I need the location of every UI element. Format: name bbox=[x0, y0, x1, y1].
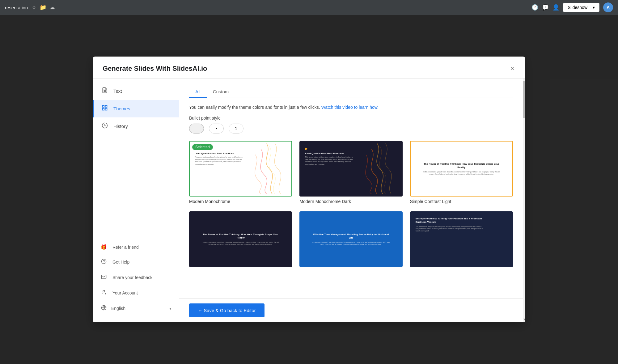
main-scroll-area[interactable]: All Custom You can easily modify the the… bbox=[179, 78, 523, 298]
scroll-indicator: ▲ ▼ bbox=[523, 78, 525, 322]
modal-body: Text Themes bbox=[93, 78, 525, 322]
cloud-icon[interactable]: ☁ bbox=[49, 4, 55, 11]
history-nav-icon bbox=[101, 122, 108, 130]
language-icon bbox=[100, 305, 108, 312]
sidebar-item-refer[interactable]: 🎁 Refer a friend bbox=[93, 240, 179, 254]
sidebar-item-label-account: Your Account bbox=[112, 290, 138, 295]
refer-icon: 🎁 bbox=[100, 244, 108, 250]
top-bar: resentation ☆ 📁 ☁ 🕐 💬 👤 Slideshow ▾ A bbox=[0, 0, 618, 15]
theme-name-modern-monochrome: Modern Monochrome bbox=[189, 199, 292, 204]
scroll-thumb[interactable] bbox=[523, 81, 525, 118]
sidebar-item-label-refer: Refer a friend bbox=[112, 245, 139, 250]
bullet-style-label: Bullet point style bbox=[189, 116, 513, 121]
theme-card-modern-monochrome-dark[interactable]: ▶ Lead Qualification Best Practices This… bbox=[299, 141, 402, 204]
tab-all[interactable]: All bbox=[189, 86, 207, 98]
theme-preview-modern-monochrome: Selected ▶ Lead Qualification Best Pract… bbox=[189, 141, 292, 197]
theme-preview-blue-time: Effective Time Management: Boosting Prod… bbox=[299, 211, 402, 267]
theme-preview-simple-contrast: The Power of Positive Thinking: How Your… bbox=[410, 141, 513, 197]
star-icon[interactable]: ☆ bbox=[32, 4, 36, 11]
tabs: All Custom bbox=[189, 86, 513, 98]
sidebar: Text Themes bbox=[93, 78, 179, 322]
comment-icon[interactable]: 💬 bbox=[542, 4, 549, 11]
close-button[interactable]: × bbox=[509, 64, 515, 73]
sidebar-item-label-themes: Themes bbox=[113, 106, 130, 111]
tab-custom[interactable]: Custom bbox=[207, 86, 235, 98]
slideshow-dropdown-arrow[interactable]: ▾ bbox=[590, 5, 595, 10]
svg-rect-4 bbox=[103, 108, 104, 110]
bullet-option-dash[interactable]: — bbox=[189, 124, 204, 133]
theme-name-modern-monochrome-dark: Modern Monochrome Dark bbox=[299, 199, 402, 204]
sidebar-item-feedback[interactable]: Share your feedback bbox=[93, 270, 179, 285]
modal-header: Generate Slides With SlidesAI.io × bbox=[93, 57, 525, 78]
svg-rect-5 bbox=[105, 108, 107, 110]
modal: Generate Slides With SlidesAI.io × bbox=[93, 57, 525, 322]
theme-card-blue-time[interactable]: Effective Time Management: Boosting Prod… bbox=[299, 211, 402, 269]
theme-card-navy-entre[interactable]: Entrepreneurship: Turning Your Passion i… bbox=[410, 211, 513, 269]
sidebar-item-language[interactable]: English ▾ bbox=[93, 301, 179, 316]
bullet-option-dot[interactable]: • bbox=[209, 124, 224, 133]
sidebar-item-help[interactable]: Get Help bbox=[93, 254, 179, 270]
app-title: resentation bbox=[5, 5, 28, 10]
language-label: English bbox=[111, 306, 125, 311]
sidebar-item-label-history: History bbox=[113, 124, 128, 129]
info-link[interactable]: Watch this video to learn how. bbox=[321, 105, 378, 110]
svg-rect-2 bbox=[103, 106, 104, 108]
save-back-button[interactable]: ← Save & Go back to Editor bbox=[189, 303, 265, 317]
selected-badge: Selected bbox=[192, 144, 213, 150]
account-icon bbox=[100, 290, 108, 296]
sidebar-item-themes[interactable]: Themes bbox=[93, 100, 179, 117]
theme-name-simple-contrast: Simple Contrast Light bbox=[410, 199, 513, 204]
svg-point-9 bbox=[103, 290, 105, 292]
modal-title: Generate Slides With SlidesAI.io bbox=[103, 65, 207, 73]
theme-card-simple-contrast[interactable]: The Power of Positive Thinking: How Your… bbox=[410, 141, 513, 204]
themes-icon bbox=[101, 105, 108, 112]
sidebar-item-text[interactable]: Text bbox=[93, 82, 179, 100]
top-bar-right: 🕐 💬 👤 Slideshow ▾ A bbox=[531, 2, 613, 12]
bullet-option-number[interactable]: 1 bbox=[229, 124, 243, 133]
feedback-icon bbox=[100, 274, 108, 281]
sidebar-item-label-feedback: Share your feedback bbox=[112, 275, 152, 280]
help-icon bbox=[100, 259, 108, 265]
sidebar-item-history[interactable]: History bbox=[93, 117, 179, 135]
bullet-options: — • 1 bbox=[189, 124, 513, 133]
themes-grid: Selected ▶ Lead Qualification Best Pract… bbox=[189, 141, 513, 269]
sidebar-item-label-text: Text bbox=[113, 88, 122, 94]
scroll-down-button[interactable]: ▼ bbox=[523, 316, 525, 322]
history-icon[interactable]: 🕐 bbox=[531, 4, 538, 11]
slideshow-button[interactable]: Slideshow ▾ bbox=[563, 3, 599, 12]
theme-card-modern-monochrome[interactable]: Selected ▶ Lead Qualification Best Pract… bbox=[189, 141, 292, 204]
theme-preview-modern-monochrome-dark: ▶ Lead Qualification Best Practices This… bbox=[299, 141, 402, 197]
avatar[interactable]: A bbox=[603, 2, 613, 12]
theme-card-dark-power[interactable]: The Power of Positive Thinking: How Your… bbox=[189, 211, 292, 269]
modal-overlay: Generate Slides With SlidesAI.io × bbox=[0, 15, 618, 364]
folder-icon[interactable]: 📁 bbox=[40, 4, 46, 11]
sidebar-bottom: 🎁 Refer a friend Get Help bbox=[93, 237, 179, 319]
bottom-bar: ← Save & Go back to Editor bbox=[179, 298, 523, 322]
main-content: All Custom You can easily modify the the… bbox=[179, 78, 523, 322]
share-icon[interactable]: 👤 bbox=[552, 4, 559, 11]
sidebar-item-label-help: Get Help bbox=[112, 260, 129, 265]
svg-rect-3 bbox=[105, 106, 107, 108]
sidebar-item-account[interactable]: Your Account bbox=[93, 285, 179, 301]
theme-preview-dark-power: The Power of Positive Thinking: How Your… bbox=[189, 211, 292, 267]
info-text: You can easily modify the theme colors a… bbox=[189, 104, 513, 111]
text-icon bbox=[101, 87, 108, 95]
slideshow-label: Slideshow bbox=[568, 5, 587, 10]
sidebar-nav: Text Themes bbox=[93, 82, 179, 159]
theme-preview-navy-entre: Entrepreneurship: Turning Your Passion i… bbox=[410, 211, 513, 267]
language-chevron-icon: ▾ bbox=[169, 306, 171, 311]
top-bar-icons: ☆ 📁 ☁ bbox=[32, 4, 531, 11]
